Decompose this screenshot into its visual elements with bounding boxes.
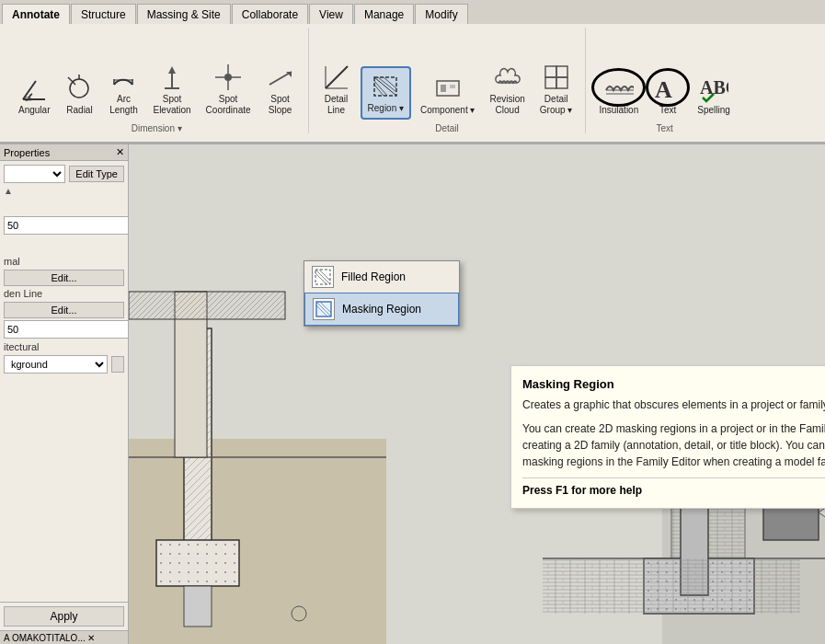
svg-rect-29	[441, 85, 446, 92]
spelling-label: Spelling	[697, 105, 730, 116]
edit-button-1[interactable]: Edit...	[4, 270, 124, 286]
edit-type-button[interactable]: Edit Type	[69, 166, 124, 182]
insulation-icon	[604, 74, 634, 103]
text-label: Text	[659, 105, 676, 116]
svg-rect-31	[545, 66, 556, 77]
spelling-button[interactable]: ABC Spelling	[692, 70, 736, 120]
spot-elevation-button[interactable]: SpotElevation	[147, 59, 196, 120]
detail-line-button[interactable]: DetailLine	[316, 59, 357, 120]
main-area: Properties ✕ Edit Type ▲	[0, 144, 825, 644]
svg-rect-33	[545, 77, 556, 88]
component-icon	[433, 74, 463, 103]
spot-coordinate-icon	[213, 63, 243, 92]
architectural-row: itectural	[4, 341, 124, 352]
tab-modify[interactable]: Modify	[415, 4, 467, 24]
ribbon-group-text: Insulation A Text ABC	[586, 28, 742, 133]
svg-rect-30	[450, 85, 455, 88]
svg-text:DI: DI	[25, 96, 31, 102]
detail-group-label: DetailGroup ▾	[540, 94, 573, 116]
tab-structure[interactable]: Structure	[71, 4, 136, 24]
svg-line-26	[378, 77, 396, 92]
radial-icon	[64, 74, 94, 103]
insulation-button[interactable]: Insulation	[593, 70, 644, 120]
tooltip-title: Masking Region	[522, 377, 825, 391]
detail-items: DetailLine	[316, 28, 579, 120]
dimension-items: DI Angular Radial	[13, 28, 301, 120]
radial-button[interactable]: Radial	[59, 70, 99, 120]
filled-region-item[interactable]: Filled Region	[304, 261, 459, 293]
tooltip-box: Masking Region Creates a graphic that ob…	[510, 365, 825, 509]
arc-length-label: ArcLength	[109, 94, 138, 116]
tab-annotate[interactable]: Annotate	[2, 4, 70, 24]
detail-group-button[interactable]: DetailGroup ▾	[534, 59, 579, 120]
tooltip-desc2: You can create 2D masking regions in a p…	[522, 420, 825, 470]
mal-label: mal	[4, 256, 20, 267]
value-50-input[interactable]	[4, 216, 128, 235]
tooltip-footer: Press F1 for more help	[522, 477, 825, 497]
angular-button[interactable]: DI Angular	[13, 70, 55, 120]
background-row: kground	[4, 355, 124, 374]
angular-label: Angular	[18, 105, 50, 116]
tab-manage[interactable]: Manage	[354, 4, 414, 24]
region-label: Region ▾	[368, 103, 404, 114]
text-button[interactable]: A Text	[647, 70, 688, 120]
value-50-row2	[4, 320, 124, 339]
edit-button-2[interactable]: Edit...	[4, 302, 124, 318]
properties-content: Edit Type ▲ ▲ ▼ mal	[0, 161, 128, 602]
spot-elevation-label: SpotElevation	[153, 94, 190, 116]
tab-collaborate[interactable]: Collaborate	[232, 4, 308, 24]
svg-line-65	[315, 270, 330, 284]
arc-length-button[interactable]: ArcLength	[103, 59, 143, 120]
app-window: Annotate Structure Massing & Site Collab…	[0, 0, 825, 644]
angular-icon: DI	[19, 74, 49, 103]
properties-title: Properties	[4, 147, 50, 158]
drawing-area: Filled Region Masking Region	[129, 144, 825, 644]
component-label: Component ▾	[420, 105, 475, 116]
project-close[interactable]: ✕	[87, 633, 95, 643]
detail-group-icon	[542, 63, 571, 92]
ribbon-content: DI Angular Radial	[0, 24, 825, 144]
svg-rect-34	[556, 77, 567, 88]
svg-rect-32	[556, 66, 567, 77]
left-panel-bottom: Apply	[0, 602, 128, 630]
revision-cloud-button[interactable]: RevisionCloud	[484, 59, 530, 120]
spot-elevation-icon	[157, 63, 187, 92]
region-icon	[371, 72, 400, 101]
revision-cloud-icon	[493, 63, 522, 92]
svg-rect-63	[543, 558, 800, 614]
text-icon: A	[653, 74, 682, 103]
type-dropdown[interactable]	[4, 165, 65, 183]
ribbon-group-detail: DetailLine	[309, 28, 587, 133]
hidden-line-label: den Line	[4, 288, 42, 299]
spot-coordinate-button[interactable]: SpotCoordinate	[201, 59, 257, 120]
arc-length-icon	[109, 63, 138, 92]
apply-button[interactable]: Apply	[4, 606, 124, 627]
filled-region-icon	[312, 266, 334, 288]
properties-close[interactable]: ✕	[116, 146, 124, 158]
ribbon-group-dimension: DI Angular Radial	[6, 28, 309, 133]
svg-line-23	[374, 77, 396, 96]
tab-massing-site[interactable]: Massing & Site	[137, 4, 231, 24]
tab-view[interactable]: View	[309, 4, 353, 24]
svg-marker-9	[168, 66, 176, 74]
ribbon-tabs: Annotate Structure Massing & Site Collab…	[0, 0, 825, 24]
masking-region-icon	[313, 298, 335, 320]
component-button[interactable]: Component ▾	[415, 70, 480, 120]
spot-coordinate-label: SpotCoordinate	[206, 94, 251, 116]
svg-line-19	[326, 66, 348, 88]
dimension-group-label: Dimension ▾	[132, 120, 182, 133]
masking-region-label: Masking Region	[342, 303, 421, 316]
svg-rect-51	[129, 292, 285, 319]
background-dropdown[interactable]: kground	[4, 355, 108, 374]
filled-region-label: Filled Region	[341, 270, 406, 283]
radial-label: Radial	[66, 105, 92, 116]
svg-point-12	[224, 74, 232, 81]
spot-slope-button[interactable]: SpotSlope	[260, 59, 301, 120]
value-50-row: ▲ ▼	[4, 198, 124, 253]
revision-cloud-label: RevisionCloud	[489, 94, 524, 116]
project-bar: A OMAKOTITALO... ✕	[0, 630, 128, 644]
masking-region-item[interactable]: Masking Region	[304, 293, 459, 326]
region-button[interactable]: Region ▾	[361, 66, 411, 120]
value-50-input2[interactable]	[4, 320, 128, 339]
tooltip-desc1: Creates a graphic that obscures elements…	[522, 397, 825, 413]
